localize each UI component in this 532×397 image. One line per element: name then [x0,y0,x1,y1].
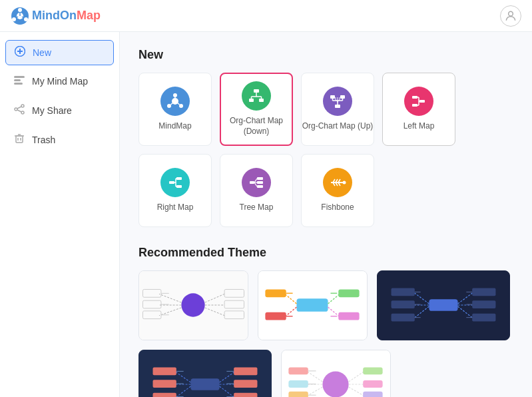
app-header: MindOnMap [0,0,532,32]
svg-point-77 [343,181,346,185]
org-chart-down-icon [242,81,271,111]
sidebar-item-my-share[interactable]: My Share [0,97,119,124]
svg-rect-138 [234,368,257,376]
fishbone-icon [323,168,352,197]
sidebar-item-trash[interactable]: Trash [0,127,119,153]
svg-rect-116 [392,314,415,322]
svg-point-79 [181,293,204,316]
main-layout: New My Mind Map [0,32,532,397]
svg-rect-110 [429,299,457,311]
svg-rect-34 [259,99,264,102]
tree-map-icon [242,168,271,197]
svg-rect-57 [176,185,182,188]
sidebar-item-new[interactable]: New [5,40,114,65]
theme-grid [138,270,513,397]
map-card-org-chart-down[interactable]: Org-Chart Map(Down) [220,73,293,146]
map-card-org-chart-up[interactable]: Ψ Org-Chart Map (Up) [301,73,374,146]
svg-rect-156 [288,392,308,397]
svg-rect-140 [234,380,257,388]
svg-rect-114 [392,300,415,308]
svg-text:Ψ: Ψ [335,97,340,104]
map-card-tree-map[interactable]: Tree Map [220,154,293,227]
theme-card-colorful[interactable] [258,270,368,340]
new-icon [14,46,26,59]
map-card-fishbone[interactable]: Fishbone [301,154,374,227]
my-share-icon [13,104,25,117]
svg-point-16 [15,108,17,111]
svg-rect-104 [338,312,359,320]
svg-rect-32 [254,89,259,93]
trash-icon [13,133,25,147]
svg-rect-55 [169,181,174,184]
sidebar-item-my-mind-map[interactable]: My Mind Map [0,68,119,95]
sidebar-item-trash-label: Trash [32,135,55,145]
svg-rect-160 [363,380,382,388]
svg-rect-136 [153,393,176,397]
svg-line-67 [254,179,257,183]
svg-rect-96 [296,298,328,312]
svg-rect-158 [363,368,382,375]
map-card-mindmap[interactable]: MindMap [138,73,212,146]
sidebar: New My Mind Map [0,32,120,397]
svg-rect-47 [419,100,425,103]
svg-rect-100 [265,312,286,320]
mindmap-label: MindMap [158,121,191,132]
map-card-right-map[interactable]: Right Map [138,154,212,227]
svg-rect-112 [392,288,415,296]
svg-rect-13 [14,79,21,81]
theme-card-dark-blue[interactable] [138,350,272,397]
org-chart-down-label: Org-Chart Map(Down) [230,116,283,137]
svg-point-17 [21,111,24,114]
my-mind-map-icon [13,75,25,88]
svg-point-4 [24,17,28,21]
svg-point-2 [18,8,22,12]
svg-rect-33 [249,99,254,102]
svg-point-15 [21,105,24,107]
svg-rect-41 [340,95,345,99]
org-chart-up-icon: Ψ [323,87,352,116]
svg-point-26 [173,93,177,97]
theme-card-light[interactable] [138,270,248,340]
content-area: New MindMap [120,32,532,397]
svg-point-150 [322,371,348,397]
logo-text: MindOnMap [32,9,101,23]
svg-point-3 [12,17,16,21]
theme-card-dark[interactable] [377,270,510,340]
svg-point-27 [167,104,171,108]
svg-rect-122 [472,314,495,322]
tree-map-label: Tree Map [240,202,274,213]
svg-rect-118 [472,288,495,296]
svg-rect-48 [412,96,417,99]
svg-rect-39 [335,105,340,108]
svg-rect-134 [153,380,176,388]
svg-rect-49 [412,104,417,107]
map-type-grid: MindMap Org-Chart Map(Down) [138,73,513,227]
logo: MindOnMap [11,7,101,25]
right-map-label: Right Map [157,202,194,213]
svg-rect-120 [472,300,495,308]
user-avatar-button[interactable] [500,5,521,27]
logo-icon [11,7,29,25]
svg-rect-64 [257,177,263,180]
svg-point-25 [172,98,178,105]
map-card-left-map[interactable]: Left Map [382,73,455,146]
svg-rect-102 [338,289,359,297]
theme-section-title: Recommended Theme [138,246,513,260]
svg-rect-65 [257,181,263,184]
svg-rect-152 [288,368,308,375]
mindmap-icon [160,87,190,116]
theme-card-pastel[interactable] [281,350,391,397]
svg-line-69 [254,183,257,187]
svg-rect-63 [250,181,254,184]
new-section-title: New [138,48,513,62]
svg-rect-56 [176,177,182,180]
svg-rect-14 [14,83,23,85]
left-map-icon [404,87,433,116]
svg-line-19 [17,110,21,112]
svg-rect-20 [16,136,23,143]
right-map-icon [160,168,190,197]
svg-rect-132 [153,368,176,376]
org-chart-up-label: Org-Chart Map (Up) [302,121,374,132]
svg-rect-98 [265,289,286,297]
svg-rect-12 [14,76,25,78]
